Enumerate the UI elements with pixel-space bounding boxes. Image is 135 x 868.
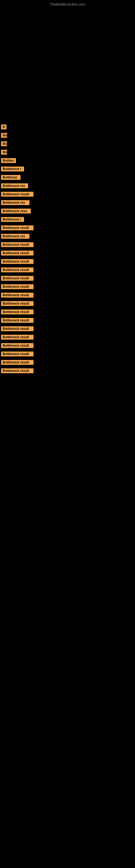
bottleneck-label-19: Bottleneck result — [1, 276, 34, 281]
result-row-7: Bottlenec — [1, 175, 135, 182]
bottleneck-label-20: Bottleneck result — [1, 284, 34, 289]
result-row-12: Bottleneck r — [1, 217, 135, 223]
result-row-21: Bottleneck result — [1, 292, 135, 299]
bottleneck-label-6: Bottleneck r — [1, 166, 24, 172]
bottleneck-label-22: Bottleneck result — [1, 301, 34, 306]
bottleneck-label-25: Bottleneck result — [1, 326, 34, 331]
bottleneck-label-10: Bottleneck res — [1, 200, 30, 205]
result-row-14: Bottleneck res — [1, 234, 135, 240]
result-row-1: B — [1, 124, 135, 131]
result-row-22: Bottleneck result — [1, 301, 135, 308]
result-row-20: Bottleneck result — [1, 284, 135, 291]
result-row-6: Bottleneck r — [1, 166, 135, 173]
result-row-30: Bottleneck result — [1, 368, 135, 375]
bottleneck-label-28: Bottleneck result — [1, 351, 34, 356]
result-row-29: Bottleneck result — [1, 360, 135, 367]
bottleneck-label-29: Bottleneck result — [1, 360, 34, 365]
bottleneck-label-30: Bottleneck result — [1, 368, 34, 373]
bottleneck-label-17: Bottleneck result — [1, 259, 34, 264]
results-section: BBoBoBoBottlenBottleneck rBottlenecBottl… — [0, 122, 135, 375]
result-row-8: Bottleneck res — [1, 183, 135, 190]
result-row-9: Bottleneck result — [1, 191, 135, 198]
result-row-25: Bottleneck result — [1, 326, 135, 333]
result-row-19: Bottleneck result — [1, 276, 135, 282]
bottleneck-label-11: Bottleneck resu — [1, 209, 31, 214]
bottleneck-label-8: Bottleneck res — [1, 183, 28, 188]
bottleneck-label-4: Bo — [1, 150, 7, 155]
bottleneck-label-9: Bottleneck result — [1, 192, 34, 197]
result-row-17: Bottleneck result — [1, 259, 135, 266]
result-row-13: Bottleneck result — [1, 225, 135, 232]
result-row-28: Bottleneck result — [1, 351, 135, 358]
bottleneck-label-2: Bo — [1, 133, 7, 138]
bottleneck-label-18: Bottleneck result — [1, 268, 34, 272]
result-row-10: Bottleneck res — [1, 200, 135, 207]
result-row-3: Bo — [1, 141, 135, 148]
result-row-5: Bottlen — [1, 158, 135, 165]
result-row-15: Bottleneck result — [1, 242, 135, 249]
result-row-2: Bo — [1, 133, 135, 140]
bottleneck-label-15: Bottleneck result — [1, 242, 34, 247]
bottleneck-label-26: Bottleneck result — [1, 335, 34, 340]
result-row-23: Bottleneck result — [1, 309, 135, 316]
result-row-18: Bottleneck result — [1, 267, 135, 274]
bottleneck-label-27: Bottleneck result — [1, 343, 34, 348]
bottleneck-label-3: Bo — [1, 141, 7, 146]
result-row-11: Bottleneck resu — [1, 208, 135, 215]
bottleneck-label-12: Bottleneck r — [1, 217, 24, 222]
bottleneck-label-24: Bottleneck result — [1, 318, 34, 323]
bottleneck-label-23: Bottleneck result — [1, 310, 34, 314]
bottleneck-label-7: Bottlenec — [1, 175, 20, 180]
bottleneck-label-5: Bottlen — [1, 158, 16, 163]
bottleneck-label-13: Bottleneck result — [1, 225, 34, 230]
result-row-4: Bo — [1, 150, 135, 156]
bottleneck-label-1: B — [1, 124, 6, 129]
bottleneck-label-21: Bottleneck result — [1, 293, 34, 298]
chart-area — [0, 8, 135, 122]
site-title-container: TheBottlenecker.com — [0, 0, 135, 8]
result-row-16: Bottleneck result — [1, 250, 135, 257]
result-row-27: Bottleneck result — [1, 343, 135, 350]
result-row-26: Bottleneck result — [1, 335, 135, 341]
result-row-24: Bottleneck result — [1, 318, 135, 324]
bottleneck-label-16: Bottleneck result — [1, 251, 34, 255]
site-title: TheBottlenecker.com — [0, 0, 135, 8]
bottleneck-label-14: Bottleneck res — [1, 234, 30, 239]
